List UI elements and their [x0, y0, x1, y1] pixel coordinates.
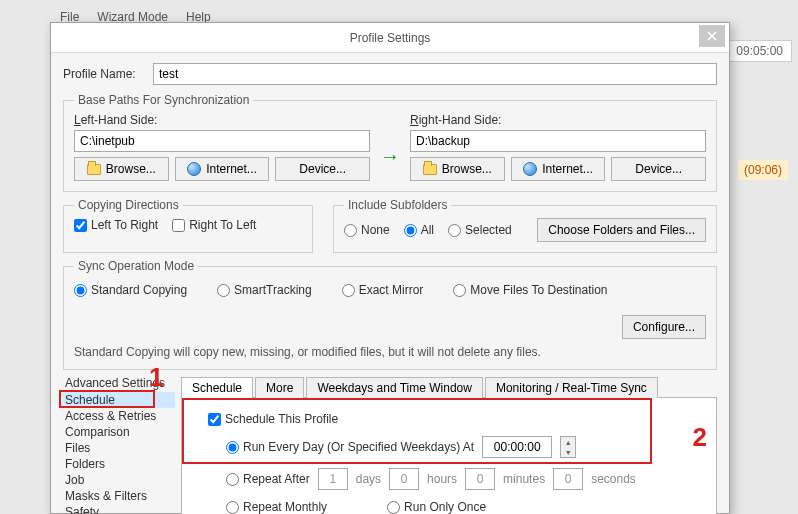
profile-name-label: Profile Name: — [63, 67, 153, 81]
none-label: None — [361, 223, 390, 237]
globe-icon — [523, 162, 537, 176]
move-files-radio[interactable]: Move Files To Destination — [453, 283, 607, 297]
include-subfolders-legend: Include Subfolders — [344, 198, 451, 212]
left-path-input[interactable] — [74, 130, 370, 152]
device-label: Device... — [299, 162, 346, 176]
repeat-after-radio[interactable]: Repeat After — [226, 472, 310, 486]
hours-unit: hours — [427, 472, 457, 486]
settings-tree: Advanced Settings ScheduleAccess & Retri… — [63, 376, 175, 514]
run-every-day-label: Run Every Day (Or Specified Weekdays) At — [243, 440, 474, 454]
repeat-days-input[interactable] — [318, 468, 348, 490]
selected-label: Selected — [465, 223, 512, 237]
internet-label: Internet... — [542, 162, 593, 176]
sync-mode-group: Sync Operation Mode Standard Copying Sma… — [63, 259, 717, 370]
folder-icon — [423, 164, 437, 175]
profile-settings-dialog: Profile Settings Profile Name: Base Path… — [50, 22, 730, 514]
smarttracking-radio[interactable]: SmartTracking — [217, 283, 312, 297]
repeat-after-label: Repeat After — [243, 472, 310, 486]
run-time-input[interactable] — [482, 436, 552, 458]
exact-label: Exact Mirror — [359, 283, 424, 297]
device-label: Device... — [635, 162, 682, 176]
copying-directions-legend: Copying Directions — [74, 198, 183, 212]
choose-folders-button[interactable]: Choose Folders and Files... — [537, 218, 706, 242]
tab-monitoring[interactable]: Monitoring / Real-Time Sync — [485, 377, 658, 398]
subfolders-all-radio[interactable]: All — [404, 223, 434, 237]
repeat-monthly-radio[interactable]: Repeat Monthly — [226, 500, 327, 514]
repeat-minutes-input[interactable] — [465, 468, 495, 490]
right-device-button[interactable]: Device... — [611, 157, 706, 181]
base-paths-group: Base Paths For Synchronization Left-Hand… — [63, 93, 717, 192]
tree-item-job[interactable]: Job — [63, 472, 175, 488]
left-internet-button[interactable]: Internet... — [175, 157, 270, 181]
run-every-day-radio[interactable]: Run Every Day (Or Specified Weekdays) At — [226, 440, 474, 454]
copying-directions-group: Copying Directions Left To Right Right T… — [63, 198, 313, 253]
tree-item-folders[interactable]: Folders — [63, 456, 175, 472]
right-internet-button[interactable]: Internet... — [511, 157, 606, 181]
run-once-label: Run Only Once — [404, 500, 486, 514]
all-label: All — [421, 223, 434, 237]
right-path-input[interactable] — [410, 130, 706, 152]
tree-item-masks-filters[interactable]: Masks & Filters — [63, 488, 175, 504]
tab-schedule[interactable]: Schedule — [181, 377, 253, 398]
ltr-label: Left To Right — [91, 218, 158, 232]
tab-weekdays[interactable]: Weekdays and Time Window — [306, 377, 483, 398]
browse-label: Browse... — [106, 162, 156, 176]
repeat-seconds-input[interactable] — [553, 468, 583, 490]
bg-log-time: (09:06) — [738, 160, 788, 180]
browse-label: Browse... — [442, 162, 492, 176]
tree-item-files[interactable]: Files — [63, 440, 175, 456]
left-to-right-checkbox[interactable]: Left To Right — [74, 218, 158, 232]
tree-item-access-retries[interactable]: Access & Retries — [63, 408, 175, 424]
standard-copying-radio[interactable]: Standard Copying — [74, 283, 187, 297]
repeat-monthly-label: Repeat Monthly — [243, 500, 327, 514]
subfolders-none-radio[interactable]: None — [344, 223, 390, 237]
tree-item-schedule[interactable]: Schedule — [63, 392, 175, 408]
bg-clock: 09:05:00 — [727, 40, 792, 62]
right-side-label: Right-Hand Side: — [410, 113, 706, 127]
left-side-label: Left-Hand Side: — [74, 113, 370, 127]
smart-label: SmartTracking — [234, 283, 312, 297]
sync-mode-note: Standard Copying will copy new, missing,… — [74, 345, 706, 359]
spin-down-icon[interactable]: ▼ — [561, 447, 575, 457]
std-label: Standard Copying — [91, 283, 187, 297]
folder-icon — [87, 164, 101, 175]
days-unit: days — [356, 472, 381, 486]
left-browse-button[interactable]: Browse... — [74, 157, 169, 181]
configure-button[interactable]: Configure... — [622, 315, 706, 339]
move-label: Move Files To Destination — [470, 283, 607, 297]
close-button[interactable] — [699, 25, 725, 47]
left-device-button[interactable]: Device... — [275, 157, 370, 181]
right-to-left-checkbox[interactable]: Right To Left — [172, 218, 256, 232]
internet-label: Internet... — [206, 162, 257, 176]
close-icon — [707, 31, 717, 41]
schedule-tabs: Schedule More Weekdays and Time Window M… — [181, 376, 717, 398]
tree-item-comparison[interactable]: Comparison — [63, 424, 175, 440]
rtl-label: Right To Left — [189, 218, 256, 232]
right-browse-button[interactable]: Browse... — [410, 157, 505, 181]
schedule-panel: Schedule This Profile Run Every Day (Or … — [181, 398, 717, 514]
run-once-radio[interactable]: Run Only Once — [387, 500, 486, 514]
globe-icon — [187, 162, 201, 176]
repeat-hours-input[interactable] — [389, 468, 419, 490]
base-paths-legend: Base Paths For Synchronization — [74, 93, 253, 107]
arrow-right-icon: → — [380, 145, 400, 168]
include-subfolders-group: Include Subfolders None All Selected Cho… — [333, 198, 717, 253]
profile-name-input[interactable] — [153, 63, 717, 85]
schedule-enable-checkbox[interactable]: Schedule This Profile — [208, 412, 338, 426]
seconds-unit: seconds — [591, 472, 636, 486]
tab-more[interactable]: More — [255, 377, 304, 398]
subfolders-selected-radio[interactable]: Selected — [448, 223, 512, 237]
sync-mode-legend: Sync Operation Mode — [74, 259, 198, 273]
schedule-enable-label: Schedule This Profile — [225, 412, 338, 426]
exact-mirror-radio[interactable]: Exact Mirror — [342, 283, 424, 297]
spin-up-icon[interactable]: ▲ — [561, 437, 575, 447]
tree-item-safety[interactable]: Safety — [63, 504, 175, 514]
settings-tree-header: Advanced Settings — [63, 376, 175, 392]
minutes-unit: minutes — [503, 472, 545, 486]
time-spinner[interactable]: ▲▼ — [560, 436, 576, 458]
dialog-title: Profile Settings — [350, 31, 431, 45]
dialog-titlebar: Profile Settings — [51, 23, 729, 53]
